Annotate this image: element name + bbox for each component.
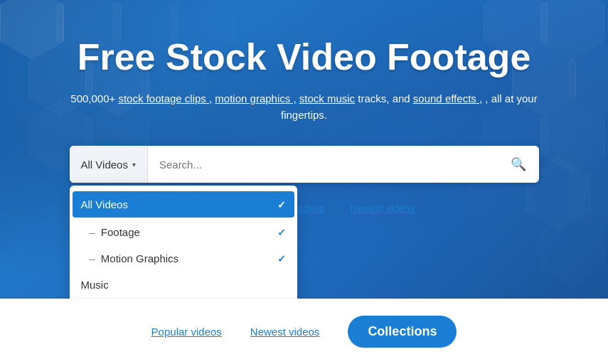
chevron-down-icon: ▾ — [132, 161, 136, 168]
search-bar-wrapper: All Videos ▾ 🔍 All Videos ✓ – Footage ✓ — [70, 146, 539, 183]
dropdown-item-footage[interactable]: – Footage ✓ — [70, 219, 297, 245]
dropdown-item-music[interactable]: Music — [70, 272, 297, 298]
dropdown-item-motion-graphics[interactable]: – Motion Graphics ✓ — [70, 245, 297, 272]
dropdown-item-label: Music — [81, 279, 109, 291]
check-icon: ✓ — [277, 199, 286, 210]
check-icon: ✓ — [277, 227, 286, 238]
search-bar: All Videos ▾ 🔍 — [70, 146, 539, 183]
dash-icon: – — [90, 226, 95, 238]
hero-content: Free Stock Video Footage 500,000+ stock … — [0, 36, 608, 214]
search-button[interactable]: 🔍 — [498, 146, 539, 183]
hero-subtitle: 500,000+ stock footage clips , motion gr… — [48, 91, 560, 123]
dropdown-selected-label: All Videos — [81, 159, 128, 171]
hero-title: Free Stock Video Footage — [78, 36, 531, 78]
dropdown-item-label: All Videos — [81, 198, 128, 210]
dash-icon: – — [90, 252, 95, 264]
check-icon: ✓ — [277, 253, 286, 264]
subtitle-mid: tracks, and — [358, 92, 410, 105]
collections-button[interactable]: Collections — [348, 316, 457, 348]
subtitle-link-motion[interactable]: motion graphics , — [215, 92, 296, 105]
bottom-popular-link[interactable]: Popular videos — [151, 326, 222, 338]
subtitle-count: 500,000+ — [70, 92, 115, 105]
category-dropdown-trigger[interactable]: All Videos ▾ — [70, 146, 148, 183]
hero-section: Free Stock Video Footage 500,000+ stock … — [0, 0, 608, 299]
subtitle-link-sfx[interactable]: sound effects , — [413, 92, 482, 105]
dropdown-item-label: Footage — [101, 226, 140, 238]
bottom-bar: Popular videos Newest videos Collections — [0, 299, 608, 364]
dropdown-item-all-videos[interactable]: All Videos ✓ — [73, 191, 294, 218]
dropdown-item-label: Motion Graphics — [101, 252, 178, 264]
search-icon: 🔍 — [511, 156, 526, 172]
search-input[interactable] — [148, 146, 498, 183]
bottom-newest-link[interactable]: Newest videos — [250, 326, 320, 338]
newest-videos-link[interactable]: Newest videos — [350, 203, 415, 214]
subtitle-link-footage[interactable]: stock footage clips , — [118, 92, 212, 105]
subtitle-link-music[interactable]: stock music — [299, 92, 355, 105]
